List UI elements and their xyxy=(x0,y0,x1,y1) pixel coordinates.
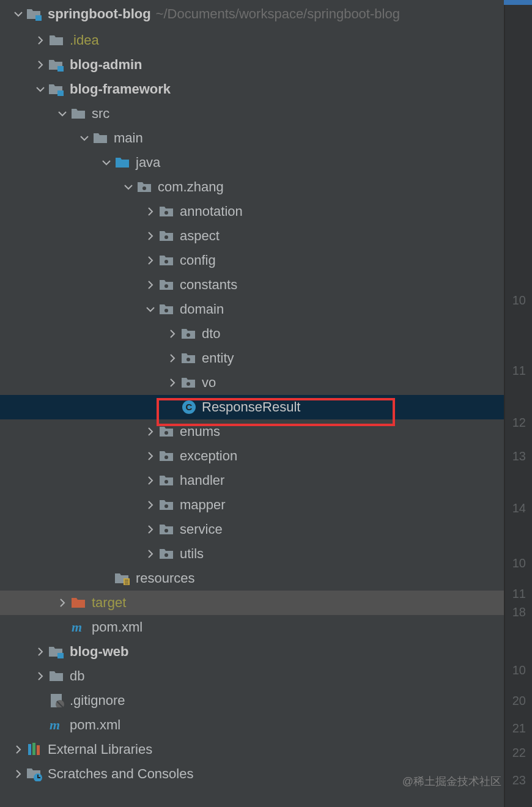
tree-label: handler xyxy=(180,473,224,488)
tree-label: pom.xml xyxy=(92,619,142,635)
line-number: 20 xyxy=(512,694,526,708)
tree-label: resources xyxy=(136,570,195,586)
tree-item-pom-root[interactable]: pom.xml xyxy=(0,713,504,737)
tree-label: aspect xyxy=(180,228,220,244)
tree-item-service[interactable]: service xyxy=(0,517,504,542)
tree-item-aspect[interactable]: aspect xyxy=(0,224,504,248)
tree-label: dto xyxy=(202,326,221,342)
tree-label: blog-framework xyxy=(70,81,171,97)
package-icon xyxy=(159,303,175,316)
chevron-right-icon[interactable] xyxy=(55,595,70,610)
package-icon xyxy=(159,523,175,536)
tree-label: java xyxy=(136,155,160,171)
chevron-down-icon[interactable] xyxy=(143,302,158,317)
tree-item-blog-framework[interactable]: blog-framework xyxy=(0,77,504,101)
tree-label: src xyxy=(92,106,109,122)
package-icon xyxy=(159,498,175,512)
chevron-right-icon[interactable] xyxy=(33,33,48,48)
chevron-right-icon[interactable] xyxy=(11,742,26,757)
chevron-right-icon[interactable] xyxy=(143,547,158,561)
tree-label: blog-admin xyxy=(70,57,142,73)
chevron-right-icon[interactable] xyxy=(143,473,158,488)
line-number: 13 xyxy=(512,449,526,463)
tree-item-domain[interactable]: domain xyxy=(0,297,504,322)
tree-item-target[interactable]: target xyxy=(0,591,504,615)
package-icon xyxy=(159,205,175,218)
chevron-down-icon[interactable] xyxy=(11,7,26,21)
tree-item-enums[interactable]: enums xyxy=(0,419,504,444)
chevron-right-icon[interactable] xyxy=(165,326,180,341)
tree-item-java[interactable]: java xyxy=(0,150,504,175)
chevron-down-icon[interactable] xyxy=(77,131,92,146)
gitignore-file-icon xyxy=(49,694,65,707)
chevron-right-icon[interactable] xyxy=(33,57,48,72)
tree-label: blog-web xyxy=(70,644,129,660)
tree-item-gitignore[interactable]: .gitignore xyxy=(0,688,504,713)
tree-item-idea[interactable]: .idea xyxy=(0,28,504,53)
line-number: 23 xyxy=(512,773,526,787)
tree-item-src[interactable]: src xyxy=(0,101,504,126)
tree-label: enums xyxy=(180,424,220,440)
line-number: 22 xyxy=(512,746,526,760)
tree-item-main[interactable]: main xyxy=(0,126,504,150)
folder-icon xyxy=(49,34,65,47)
package-icon xyxy=(159,229,175,243)
line-number: 11 xyxy=(512,364,526,378)
chevron-right-icon[interactable] xyxy=(11,767,26,781)
chevron-right-icon[interactable] xyxy=(143,449,158,463)
tree-item-config[interactable]: config xyxy=(0,248,504,273)
chevron-right-icon[interactable] xyxy=(165,375,180,390)
chevron-right-icon[interactable] xyxy=(165,351,180,366)
tree-item-constants[interactable]: constants xyxy=(0,273,504,297)
chevron-right-icon[interactable] xyxy=(143,522,158,537)
chevron-right-icon[interactable] xyxy=(33,644,48,659)
tree-item-utils[interactable]: utils xyxy=(0,542,504,566)
tree-item-entity[interactable]: entity xyxy=(0,346,504,370)
tree-item-vo[interactable]: vo xyxy=(0,370,504,395)
tree-label: External Libraries xyxy=(48,742,152,757)
package-icon xyxy=(159,474,175,487)
module-folder-icon xyxy=(27,7,43,21)
tree-item-pom-framework[interactable]: pom.xml xyxy=(0,615,504,639)
package-icon xyxy=(159,278,175,292)
line-number: 11 xyxy=(512,587,526,601)
tree-item-resources[interactable]: resources xyxy=(0,566,504,591)
tree-label: ResponseResult xyxy=(202,399,300,415)
line-number: 12 xyxy=(512,416,526,430)
tree-label: vo xyxy=(202,375,216,391)
chevron-down-icon[interactable] xyxy=(33,82,48,97)
tree-item-db[interactable]: db xyxy=(0,664,504,688)
tree-item-response-result[interactable]: ResponseResult xyxy=(0,395,504,419)
tree-item-blog-web[interactable]: blog-web xyxy=(0,639,504,664)
chevron-right-icon[interactable] xyxy=(143,204,158,219)
tree-item-package[interactable]: com.zhang xyxy=(0,175,504,199)
active-tab-indicator xyxy=(504,0,532,5)
tree-label: .gitignore xyxy=(70,693,125,709)
tree-item-exception[interactable]: exception xyxy=(0,444,504,468)
tree-label: .idea xyxy=(70,32,99,48)
tree-item-blog-admin[interactable]: blog-admin xyxy=(0,53,504,77)
chevron-right-icon[interactable] xyxy=(33,669,48,684)
line-number: 21 xyxy=(512,721,526,735)
tree-item-external-libraries[interactable]: External Libraries xyxy=(0,737,504,762)
tree-item-mapper[interactable]: mapper xyxy=(0,493,504,517)
chevron-right-icon[interactable] xyxy=(143,253,158,268)
chevron-down-icon[interactable] xyxy=(121,180,136,194)
chevron-right-icon[interactable] xyxy=(143,278,158,292)
chevron-right-icon[interactable] xyxy=(143,229,158,243)
tree-label: service xyxy=(180,521,223,537)
chevron-right-icon[interactable] xyxy=(143,424,158,439)
tree-label: entity xyxy=(202,350,234,366)
chevron-down-icon[interactable] xyxy=(55,106,70,121)
package-icon xyxy=(159,449,175,463)
watermark-credit: @稀土掘金技术社区 xyxy=(402,774,501,789)
tree-item-dto[interactable]: dto xyxy=(0,322,504,346)
tree-item-annotation[interactable]: annotation xyxy=(0,199,504,224)
chevron-down-icon[interactable] xyxy=(99,155,114,170)
chevron-right-icon[interactable] xyxy=(143,498,158,512)
tree-label: com.zhang xyxy=(158,179,224,195)
libraries-icon xyxy=(27,743,43,756)
tree-item-handler[interactable]: handler xyxy=(0,468,504,493)
tree-item-project-root[interactable]: springboot-blog ~/Documents/workspace/sp… xyxy=(0,0,504,28)
package-icon xyxy=(159,254,175,267)
